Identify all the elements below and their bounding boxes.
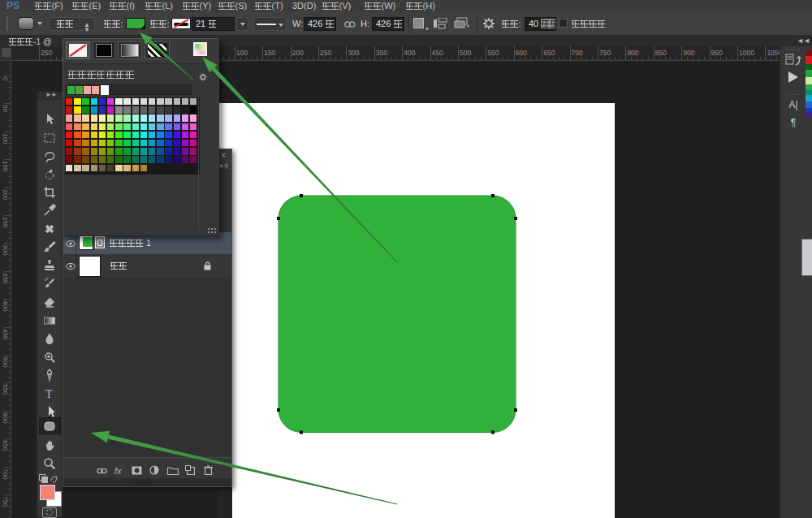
- svg-text:fx: fx: [114, 466, 122, 475]
- svg-text:T: T: [45, 388, 53, 400]
